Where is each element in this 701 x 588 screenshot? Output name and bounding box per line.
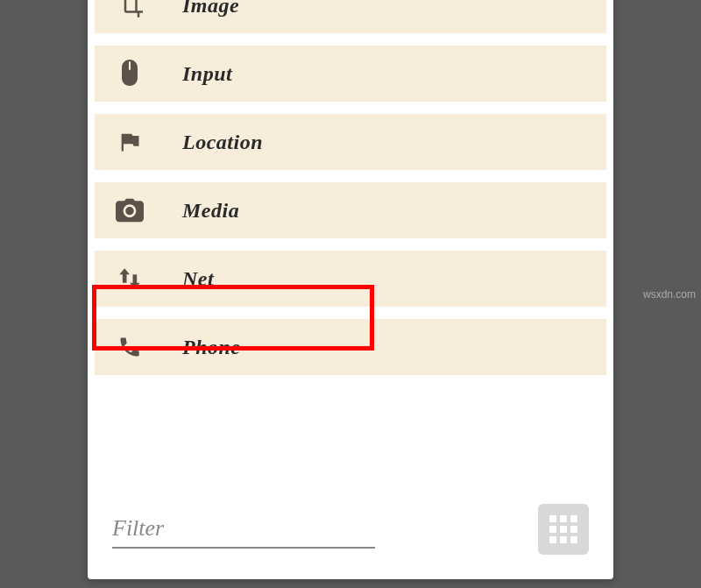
list-item-location[interactable]: Location: [95, 114, 606, 170]
grid-view-button[interactable]: [538, 504, 589, 555]
phone-icon: [112, 333, 147, 361]
filter-input[interactable]: [112, 510, 375, 549]
list-item-image[interactable]: Image: [95, 0, 606, 33]
list-item-label: Image: [182, 0, 239, 18]
list-item-input[interactable]: Input: [95, 46, 606, 102]
camera-icon: [112, 196, 147, 224]
crop-icon: [112, 0, 147, 19]
list-item-net[interactable]: Net: [95, 251, 606, 307]
net-icon: [112, 265, 147, 293]
category-panel: Image Input Location Media Net: [88, 0, 613, 579]
category-list: Image Input Location Media Net: [95, 0, 606, 375]
list-item-media[interactable]: Media: [95, 182, 606, 238]
list-item-phone[interactable]: Phone: [95, 319, 606, 375]
list-item-label: Phone: [182, 336, 241, 359]
watermark: wsxdn.com: [643, 288, 696, 301]
grid-icon: [549, 515, 577, 543]
footer-bar: [112, 504, 589, 555]
list-item-label: Net: [182, 267, 214, 291]
list-item-label: Location: [182, 131, 263, 154]
flag-icon: [112, 128, 147, 156]
mouse-icon: [112, 60, 147, 88]
list-item-label: Input: [182, 62, 232, 86]
list-item-label: Media: [182, 199, 239, 223]
